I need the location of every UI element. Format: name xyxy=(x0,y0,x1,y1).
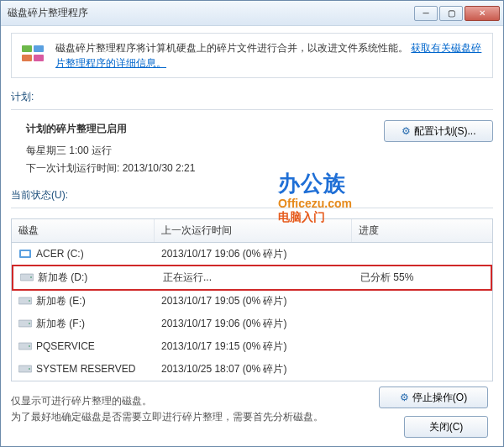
schedule-heading: 计划的碎片整理已启用 xyxy=(26,120,370,139)
info-banner: 磁盘碎片整理程序将计算机硬盘上的碎片文件进行合并，以改进文件系统性能。 获取有关… xyxy=(11,33,493,78)
table-row[interactable]: 新加卷 (F:)2013/10/17 19:06 (0% 碎片) xyxy=(12,313,492,335)
configure-label: 配置计划(S)... xyxy=(414,124,476,139)
cell-progress xyxy=(352,367,492,371)
svg-rect-2 xyxy=(22,55,32,61)
cell-last-run: 2013/10/17 19:06 (0% 碎片) xyxy=(155,245,352,263)
schedule-frequency: 每星期三 1:00 运行 xyxy=(26,142,370,160)
gear-icon: ⚙ xyxy=(402,125,411,137)
stop-label: 停止操作(O) xyxy=(412,391,467,405)
cell-disk: 新加卷 (F:) xyxy=(12,315,155,333)
cell-progress xyxy=(352,252,492,255)
disk-name: 新加卷 (E:) xyxy=(36,294,86,308)
svg-point-11 xyxy=(29,323,30,324)
minimize-button[interactable]: ─ xyxy=(414,6,438,21)
cell-disk: ACER (C:) xyxy=(12,245,155,262)
close-label: 关闭(C) xyxy=(429,420,464,434)
table-row[interactable]: PQSERVICE2013/10/17 19:15 (0% 碎片) xyxy=(12,335,492,358)
cell-last-run: 2013/10/17 19:06 (0% 碎片) xyxy=(155,315,352,333)
disk-name: ACER (C:) xyxy=(36,248,84,260)
disk-name: PQSERVICE xyxy=(36,340,95,352)
table-row[interactable]: SYSTEM RESERVED2013/10/25 18:07 (0% 碎片) xyxy=(12,358,492,381)
footer-close: 关闭(C) xyxy=(404,416,488,438)
gear-icon: ⚙ xyxy=(400,392,409,403)
svg-rect-3 xyxy=(34,55,44,61)
cell-last-run: 2013/10/17 19:05 (0% 碎片) xyxy=(155,292,352,310)
drive-icon xyxy=(20,272,34,282)
header-disk[interactable]: 磁盘 xyxy=(12,219,155,242)
cell-disk: 新加卷 (E:) xyxy=(12,292,155,310)
cell-last-run: 2013/10/17 19:15 (0% 碎片) xyxy=(155,338,352,355)
maximize-button[interactable]: ▢ xyxy=(439,6,463,21)
defrag-window: 磁盘碎片整理程序 ─ ▢ ✕ 磁盘碎片整理程序将计算机硬盘上的碎片文件进行合并，… xyxy=(0,0,504,447)
cell-progress xyxy=(352,299,492,302)
cell-disk: 新加卷 (D:) xyxy=(13,269,156,287)
cell-last-run: 2013/10/25 18:07 (0% 碎片) xyxy=(155,360,352,378)
table-body: ACER (C:)2013/10/17 19:06 (0% 碎片)新加卷 (D:… xyxy=(12,243,492,381)
cell-disk: SYSTEM RESERVED xyxy=(12,361,155,376)
header-progress[interactable]: 进度 xyxy=(352,219,492,242)
close-button[interactable]: ✕ xyxy=(465,6,500,21)
schedule-row: 计划的碎片整理已启用 每星期三 1:00 运行 下一次计划运行时间: 2013/… xyxy=(11,120,493,178)
drive-icon xyxy=(18,364,32,374)
svg-rect-5 xyxy=(21,251,29,256)
configure-schedule-button[interactable]: ⚙ 配置计划(S)... xyxy=(384,120,493,142)
svg-point-15 xyxy=(29,368,30,370)
table-header: 磁盘 上一次运行时间 进度 xyxy=(12,219,492,243)
cell-progress xyxy=(352,322,492,325)
table-row[interactable]: 新加卷 (E:)2013/10/17 19:05 (0% 碎片) xyxy=(12,290,492,313)
divider xyxy=(11,208,493,208)
titlebar[interactable]: 磁盘碎片整理程序 ─ ▢ ✕ xyxy=(1,1,503,26)
footer-actions: ⚙ 停止操作(O) xyxy=(379,387,488,408)
info-description: 磁盘碎片整理程序将计算机硬盘上的碎片文件进行合并，以改进文件系统性能。 xyxy=(55,42,408,54)
drive-icon xyxy=(18,296,32,306)
cell-progress: 已分析 55% xyxy=(354,269,491,287)
table-row[interactable]: ACER (C:)2013/10/17 19:06 (0% 碎片) xyxy=(12,243,492,266)
os-drive-icon xyxy=(18,247,32,260)
info-text: 磁盘碎片整理程序将计算机硬盘上的碎片文件进行合并，以改进文件系统性能。 获取有关… xyxy=(55,40,484,71)
disk-name: 新加卷 (F:) xyxy=(36,317,85,331)
status-section-label: 当前状态(U): xyxy=(11,188,493,202)
svg-rect-0 xyxy=(22,45,32,52)
disk-table: 磁盘 上一次运行时间 进度 ACER (C:)2013/10/17 19:06 … xyxy=(11,218,493,381)
content-area: 磁盘碎片整理程序将计算机硬盘上的碎片文件进行合并，以改进文件系统性能。 获取有关… xyxy=(1,26,503,432)
schedule-section-label: 计划: xyxy=(11,90,493,104)
stop-button[interactable]: ⚙ 停止操作(O) xyxy=(379,387,488,408)
cell-progress xyxy=(352,344,492,348)
cell-disk: PQSERVICE xyxy=(12,339,155,354)
disk-name: SYSTEM RESERVED xyxy=(36,363,135,375)
schedule-next-run: 下一次计划运行时间: 2013/10/30 2:21 xyxy=(26,160,370,178)
drive-icon xyxy=(18,341,32,351)
divider xyxy=(11,109,493,110)
window-controls: ─ ▢ ✕ xyxy=(414,6,500,21)
disk-name: 新加卷 (D:) xyxy=(38,271,87,285)
schedule-text: 计划的碎片整理已启用 每星期三 1:00 运行 下一次计划运行时间: 2013/… xyxy=(26,120,370,178)
window-title: 磁盘碎片整理程序 xyxy=(8,6,414,20)
cell-last-run: 正在运行... xyxy=(156,269,354,287)
header-last-run[interactable]: 上一次运行时间 xyxy=(155,219,352,242)
svg-rect-1 xyxy=(34,45,44,52)
svg-point-7 xyxy=(30,276,32,278)
drive-icon xyxy=(18,318,32,329)
svg-point-13 xyxy=(29,345,30,347)
table-row[interactable]: 新加卷 (D:)正在运行...已分析 55% xyxy=(12,265,492,291)
defrag-icon xyxy=(20,40,47,67)
svg-point-9 xyxy=(29,300,30,302)
close-dialog-button[interactable]: 关闭(C) xyxy=(404,416,488,438)
